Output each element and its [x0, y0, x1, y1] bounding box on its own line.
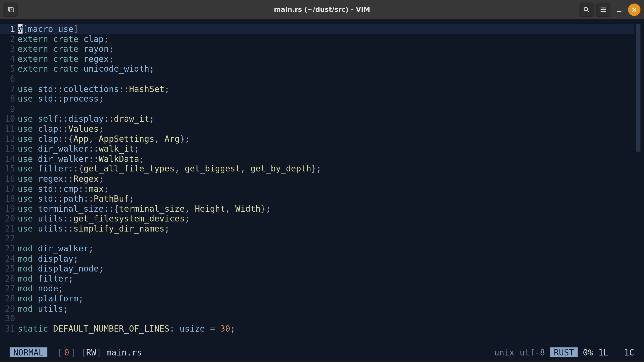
- bracket: [: [57, 347, 62, 357]
- code-area[interactable]: 1#[macro_use]2extern crate clap;3extern …: [0, 24, 634, 347]
- code-content: use utils::get_filesystem_devices;: [18, 214, 190, 224]
- code-line[interactable]: 19use terminal_size::{terminal_size, Hei…: [0, 204, 634, 214]
- code-line[interactable]: 28mod platform;: [0, 293, 634, 303]
- scrollbar[interactable]: [635, 24, 641, 343]
- line-number: 24: [0, 254, 18, 264]
- line-number: 19: [0, 204, 18, 214]
- code-content: use dir_walker::WalkData;: [18, 154, 144, 164]
- line-number: 6: [0, 74, 18, 84]
- code-line[interactable]: 22: [0, 234, 634, 244]
- code-line[interactable]: 2extern crate clap;: [0, 34, 634, 44]
- code-line[interactable]: 15use filter::{get_all_file_types, get_b…: [0, 164, 634, 174]
- code-line[interactable]: 10use self::display::draw_it;: [0, 114, 634, 124]
- line-number: 5: [0, 64, 18, 74]
- line-number: 27: [0, 284, 18, 294]
- code-content: static DEFAULT_NUMBER_OF_LINES: usize = …: [18, 324, 235, 334]
- line-number: 3: [0, 44, 18, 54]
- code-line[interactable]: 4extern crate regex;: [0, 54, 634, 64]
- code-line[interactable]: 14use dir_walker::WalkData;: [0, 154, 634, 164]
- line-number: 21: [0, 223, 18, 234]
- percent: 0%: [583, 347, 593, 357]
- mode-indicator: NORMAL: [10, 347, 47, 357]
- line-number: 13: [0, 144, 18, 154]
- svg-line-3: [587, 11, 589, 12]
- code-line[interactable]: 24mod display;: [0, 254, 634, 264]
- code-content: use regex::Regex;: [18, 174, 104, 184]
- code-content: use std::collections::HashSet;: [18, 84, 170, 94]
- line-number: 26: [0, 274, 18, 284]
- line-number: 1: [0, 24, 18, 34]
- editor[interactable]: 1#[macro_use]2extern crate clap;3extern …: [0, 19, 644, 360]
- col-indicator: 1C: [624, 347, 634, 357]
- window-title: main.rs (~/dust/src) - VIM: [0, 6, 644, 14]
- search-button[interactable]: [579, 3, 593, 17]
- code-content: extern crate clap;: [18, 34, 109, 44]
- code-content: use utils::simplify_dir_names;: [18, 223, 169, 234]
- line-indicator: 1L: [598, 347, 608, 357]
- line-number: 20: [0, 214, 18, 224]
- code-content: mod dir_walker;: [18, 244, 94, 254]
- code-line[interactable]: 21use utils::simplify_dir_names;: [0, 223, 634, 234]
- line-number: 4: [0, 54, 18, 64]
- code-content: mod filter;: [18, 274, 73, 284]
- code-line[interactable]: 5extern crate unicode_width;: [0, 64, 634, 74]
- line-number: 31: [0, 324, 18, 334]
- code-content: extern crate unicode_width;: [18, 64, 154, 74]
- statusline: NORMAL [0] [RW] main.rs unix utf-8 RUST …: [10, 347, 634, 357]
- code-line[interactable]: 23mod dir_walker;: [0, 244, 634, 254]
- code-content: mod display;: [18, 254, 78, 264]
- code-line[interactable]: 1#[macro_use]: [0, 24, 634, 34]
- code-content: use clap::Values;: [18, 124, 104, 134]
- code-line[interactable]: 31static DEFAULT_NUMBER_OF_LINES: usize …: [0, 324, 634, 334]
- line-number: 23: [0, 244, 18, 254]
- code-line[interactable]: 11use clap::Values;: [0, 124, 634, 134]
- code-line[interactable]: 16use regex::Regex;: [0, 174, 634, 184]
- code-content: use clap::{App, AppSettings, Arg};: [18, 134, 190, 144]
- code-content: use self::display::draw_it;: [18, 114, 154, 124]
- filetype: RUST: [550, 347, 578, 357]
- code-content: use std::process;: [18, 94, 104, 104]
- minimize-button[interactable]: [613, 4, 625, 16]
- code-line[interactable]: 18use std::path::PathBuf;: [0, 194, 634, 204]
- svg-point-2: [584, 7, 588, 11]
- line-number: 10: [0, 114, 18, 124]
- line-number: 16: [0, 174, 18, 184]
- change-count: 0: [62, 347, 71, 357]
- code-content: use terminal_size::{terminal_size, Heigh…: [18, 204, 271, 214]
- menu-button[interactable]: [596, 3, 610, 17]
- code-content: mod node;: [18, 284, 63, 294]
- line-number: 28: [0, 293, 18, 303]
- code-line[interactable]: 17use std::cmp::max;: [0, 184, 634, 194]
- new-tab-button[interactable]: [4, 3, 18, 17]
- line-number: 30: [0, 313, 18, 324]
- code-line[interactable]: 9: [0, 104, 634, 114]
- code-content: extern crate rayon;: [18, 44, 114, 54]
- code-line[interactable]: 13use dir_walker::walk_it;: [0, 144, 634, 154]
- code-content: use dir_walker::walk_it;: [18, 144, 139, 154]
- code-content: use filter::{get_all_file_types, get_big…: [18, 164, 321, 174]
- code-line[interactable]: 6: [0, 74, 634, 84]
- titlebar: main.rs (~/dust/src) - VIM: [0, 0, 644, 19]
- line-number: 2: [0, 34, 18, 44]
- filename: main.rs: [106, 347, 142, 357]
- encoding: utf-8: [520, 347, 545, 357]
- line-number: 7: [0, 84, 18, 94]
- code-line[interactable]: 12use clap::{App, AppSettings, Arg};: [0, 134, 634, 144]
- code-line[interactable]: 29mod utils;: [0, 303, 634, 313]
- code-line[interactable]: 30: [0, 313, 634, 324]
- line-number: 15: [0, 164, 18, 174]
- code-line[interactable]: 25mod display_node;: [0, 263, 634, 274]
- code-line[interactable]: 20use utils::get_filesystem_devices;: [0, 214, 634, 224]
- rw-indicator: RW: [86, 347, 96, 357]
- code-line[interactable]: 8use std::process;: [0, 94, 634, 104]
- fileformat: unix: [494, 347, 514, 357]
- code-line[interactable]: 7use std::collections::HashSet;: [0, 84, 634, 94]
- scroll-thumb[interactable]: [636, 24, 640, 152]
- code-content: mod display_node;: [18, 263, 104, 274]
- code-content: mod utils;: [18, 303, 68, 313]
- code-line[interactable]: 3extern crate rayon;: [0, 44, 634, 54]
- line-number: 9: [0, 104, 18, 114]
- code-line[interactable]: 27mod node;: [0, 284, 634, 294]
- code-line[interactable]: 26mod filter;: [0, 274, 634, 284]
- close-button[interactable]: [628, 4, 640, 16]
